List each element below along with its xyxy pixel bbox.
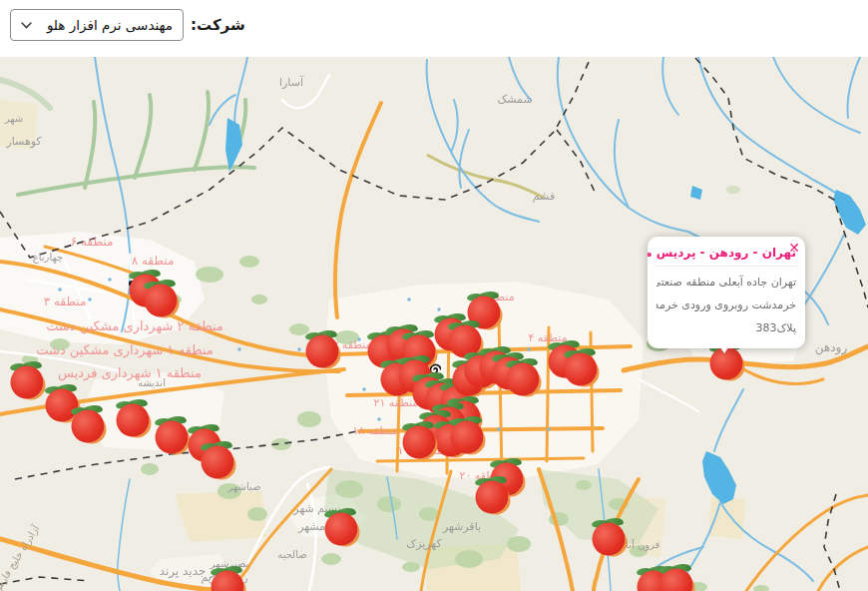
peach-marker[interactable]: [449, 419, 486, 456]
peach-marker[interactable]: [591, 521, 628, 558]
peach-fruit-icon: [403, 426, 436, 459]
peach-marker[interactable]: [154, 419, 191, 456]
popup-close-icon[interactable]: ✕: [788, 241, 800, 255]
company-select-value: مهندسی نرم افزار هلو: [47, 17, 173, 33]
app-root: منطقه ۶منطقه ۸منطقه ۳منطقه ۲ شهرداری مشک…: [0, 0, 868, 591]
popup-address: تهران جاده آبعلی منطقه صنعتی خرمدشت روبر…: [648, 270, 805, 348]
peach-fruit-icon: [593, 523, 626, 556]
peach-marker[interactable]: [401, 424, 438, 461]
popup-address-line: تهران جاده آبعلی منطقه صنعتی: [656, 271, 796, 294]
popup-address-line: خرمدشت روبروی ورودی خرمدشت: [656, 294, 796, 316]
map-popup: ✕ تهران - رودهن - پردیس محاسب تهران جاده…: [648, 237, 805, 348]
peach-fruit-icon: [117, 404, 150, 437]
map[interactable]: منطقه ۶منطقه ۸منطقه ۳منطقه ۲ شهرداری مشک…: [0, 0, 868, 591]
company-select[interactable]: مهندسی نرم افزار هلو: [10, 9, 184, 41]
peach-marker[interactable]: [474, 479, 511, 516]
peach-marker[interactable]: [304, 333, 341, 370]
peach-fruit-icon: [72, 410, 105, 443]
peach-marker[interactable]: [70, 408, 107, 445]
peach-fruit-icon: [306, 335, 339, 368]
peach-marker[interactable]: [143, 283, 180, 319]
peach-fruit-icon: [212, 571, 244, 591]
peach-fruit-icon: [325, 513, 358, 546]
peach-fruit-icon: [476, 481, 509, 514]
peach-fruit-icon: [145, 285, 178, 317]
popup-address-line: پلاک383: [656, 316, 796, 339]
top-toolbar: شرکت: مهندسی نرم افزار هلو: [0, 0, 868, 57]
peach-fruit-icon: [11, 366, 44, 399]
popup-divider: [655, 266, 797, 267]
peach-fruit-icon: [507, 363, 540, 396]
peach-fruit-icon: [565, 353, 598, 386]
peach-fruit-icon: [451, 421, 484, 454]
peach-marker[interactable]: [115, 402, 152, 439]
peach-fruit-icon: [156, 421, 189, 454]
peach-marker[interactable]: [658, 567, 695, 591]
company-label: شرکت:: [191, 16, 245, 34]
peach-marker[interactable]: [323, 511, 360, 548]
peach-marker[interactable]: [210, 569, 246, 591]
peach-marker[interactable]: [9, 364, 46, 401]
company-field-group: شرکت: مهندسی نرم افزار هلو: [10, 9, 245, 41]
peach-fruit-icon: [660, 569, 693, 591]
peach-marker[interactable]: [200, 444, 236, 481]
peach-fruit-icon: [202, 446, 234, 479]
peach-marker[interactable]: [505, 361, 542, 398]
peach-marker[interactable]: [563, 351, 600, 388]
popup-title: تهران - رودهن - پردیس محاسب: [648, 237, 805, 264]
chevron-down-icon: [21, 22, 32, 29]
